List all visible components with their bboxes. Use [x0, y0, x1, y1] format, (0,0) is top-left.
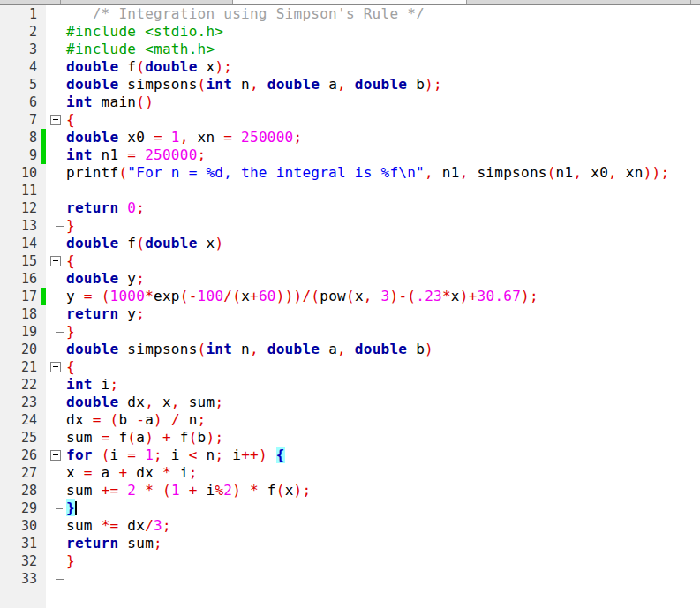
- fold-margin[interactable]: [37, 429, 66, 447]
- code-line[interactable]: 12return 0;: [0, 199, 700, 217]
- code-line[interactable]: 23double dx, x, sum;: [0, 394, 700, 411]
- code-text[interactable]: double simpsons(int n, double a, double …: [66, 341, 700, 358]
- fold-margin[interactable]: [37, 341, 66, 358]
- code-line[interactable]: 21{: [0, 358, 700, 376]
- code-line[interactable]: 31return sum;: [0, 535, 700, 552]
- code-line[interactable]: 17y = (1000*exp(-100/(x+60)))/(pow(x, 3)…: [0, 288, 700, 305]
- code-text[interactable]: #include <math.h>: [66, 41, 700, 58]
- fold-margin[interactable]: [37, 270, 66, 288]
- code-line[interactable]: 28sum += 2 * (1 + i%2) * f(x);: [0, 482, 700, 499]
- code-editor[interactable]: 1 /* Integration using Simpson's Rule */…: [0, 5, 700, 608]
- code-text[interactable]: sum *= dx/3;: [66, 517, 700, 535]
- code-line[interactable]: 11: [0, 182, 700, 199]
- code-line[interactable]: 6int main(): [0, 94, 700, 111]
- code-text[interactable]: #include <stdio.h>: [66, 23, 700, 41]
- fold-margin[interactable]: [37, 411, 66, 429]
- code-text[interactable]: /* Integration using Simpson's Rule */: [66, 5, 700, 23]
- code-line[interactable]: 19}: [0, 323, 700, 341]
- code-line[interactable]: 13}: [0, 217, 700, 235]
- fold-margin[interactable]: [37, 5, 66, 23]
- fold-margin[interactable]: [37, 376, 66, 394]
- code-text[interactable]: dx = (b -a) / n;: [66, 411, 700, 429]
- fold-margin[interactable]: [37, 482, 66, 499]
- code-text[interactable]: printf("For n = %d, the integral is %f\n…: [66, 164, 700, 182]
- code-line[interactable]: 4double f(double x);: [0, 58, 700, 76]
- fold-margin[interactable]: [37, 58, 66, 76]
- fold-collapse-button[interactable]: [50, 256, 61, 266]
- fold-margin[interactable]: [37, 235, 66, 252]
- code-line[interactable]: 29}: [0, 499, 700, 517]
- code-text[interactable]: [66, 182, 700, 199]
- active-tab-bottom-edge[interactable]: [232, 0, 467, 4]
- code-line[interactable]: 1 /* Integration using Simpson's Rule */: [0, 5, 700, 23]
- code-line[interactable]: 33: [0, 570, 700, 588]
- code-line[interactable]: 2#include <stdio.h>: [0, 23, 700, 41]
- code-text[interactable]: }: [66, 499, 700, 517]
- code-text[interactable]: int n1 = 250000;: [66, 146, 700, 164]
- code-text[interactable]: [66, 570, 700, 588]
- code-text[interactable]: {: [66, 111, 700, 129]
- code-line[interactable]: 18return y;: [0, 305, 700, 323]
- code-line[interactable]: 15{: [0, 252, 700, 270]
- fold-margin[interactable]: [37, 182, 66, 199]
- fold-margin[interactable]: [37, 305, 66, 323]
- code-text[interactable]: double f(double x): [66, 235, 700, 252]
- code-text[interactable]: y = (1000*exp(-100/(x+60)))/(pow(x, 3)-(…: [66, 288, 700, 305]
- fold-margin[interactable]: [37, 164, 66, 182]
- code-text[interactable]: {: [66, 252, 700, 270]
- code-line[interactable]: 14double f(double x): [0, 235, 700, 252]
- fold-margin[interactable]: [37, 394, 66, 411]
- fold-margin[interactable]: [37, 199, 66, 217]
- fold-margin[interactable]: [37, 464, 66, 482]
- code-line[interactable]: 25sum = f(a) + f(b);: [0, 429, 700, 447]
- fold-margin[interactable]: [37, 323, 66, 341]
- fold-margin[interactable]: [37, 111, 66, 129]
- code-text[interactable]: }: [66, 217, 700, 235]
- fold-margin[interactable]: [37, 570, 66, 588]
- code-line[interactable]: 5double simpsons(int n, double a, double…: [0, 76, 700, 94]
- code-text[interactable]: double simpsons(int n, double a, double …: [66, 76, 700, 94]
- code-line[interactable]: 32}: [0, 552, 700, 570]
- fold-margin[interactable]: [37, 217, 66, 235]
- code-text[interactable]: return 0;: [66, 199, 700, 217]
- code-line[interactable]: 27x = a + dx * i;: [0, 464, 700, 482]
- code-line[interactable]: 24dx = (b -a) / n;: [0, 411, 700, 429]
- fold-margin[interactable]: [37, 146, 66, 164]
- fold-margin[interactable]: [37, 41, 66, 58]
- code-text[interactable]: double dx, x, sum;: [66, 394, 700, 411]
- fold-margin[interactable]: [37, 129, 66, 146]
- code-text[interactable]: return y;: [66, 305, 700, 323]
- fold-margin[interactable]: [37, 76, 66, 94]
- code-text[interactable]: }: [66, 323, 700, 341]
- code-text[interactable]: int main(): [66, 94, 700, 111]
- fold-margin[interactable]: [37, 23, 66, 41]
- code-text[interactable]: sum += 2 * (1 + i%2) * f(x);: [66, 482, 700, 499]
- fold-collapse-button[interactable]: [50, 362, 61, 372]
- code-text[interactable]: int i;: [66, 376, 700, 394]
- fold-margin[interactable]: [37, 535, 66, 552]
- fold-margin[interactable]: [37, 358, 66, 376]
- fold-margin[interactable]: [37, 517, 66, 535]
- code-text[interactable]: double x0 = 1, xn = 250000;: [66, 129, 700, 146]
- fold-margin[interactable]: [37, 552, 66, 570]
- code-text[interactable]: double y;: [66, 270, 700, 288]
- code-line[interactable]: 7{: [0, 111, 700, 129]
- fold-margin[interactable]: [37, 252, 66, 270]
- fold-margin[interactable]: [37, 499, 66, 517]
- code-line[interactable]: 9int n1 = 250000;: [0, 146, 700, 164]
- code-text[interactable]: for (i = 1; i < n; i++) {: [66, 447, 700, 464]
- code-text[interactable]: double f(double x);: [66, 58, 700, 76]
- code-line[interactable]: 3#include <math.h>: [0, 41, 700, 58]
- code-line[interactable]: 20double simpsons(int n, double a, doubl…: [0, 341, 700, 358]
- code-line[interactable]: 22int i;: [0, 376, 700, 394]
- code-line[interactable]: 8double x0 = 1, xn = 250000;: [0, 129, 700, 146]
- code-text[interactable]: }: [66, 552, 700, 570]
- fold-margin[interactable]: [37, 288, 66, 305]
- code-text[interactable]: {: [66, 358, 700, 376]
- fold-collapse-button[interactable]: [50, 115, 61, 125]
- fold-collapse-button[interactable]: [50, 450, 61, 461]
- code-line[interactable]: 10printf("For n = %d, the integral is %f…: [0, 164, 700, 182]
- code-text[interactable]: return sum;: [66, 535, 700, 552]
- code-text[interactable]: x = a + dx * i;: [66, 464, 700, 482]
- code-line[interactable]: 26for (i = 1; i < n; i++) {: [0, 447, 700, 464]
